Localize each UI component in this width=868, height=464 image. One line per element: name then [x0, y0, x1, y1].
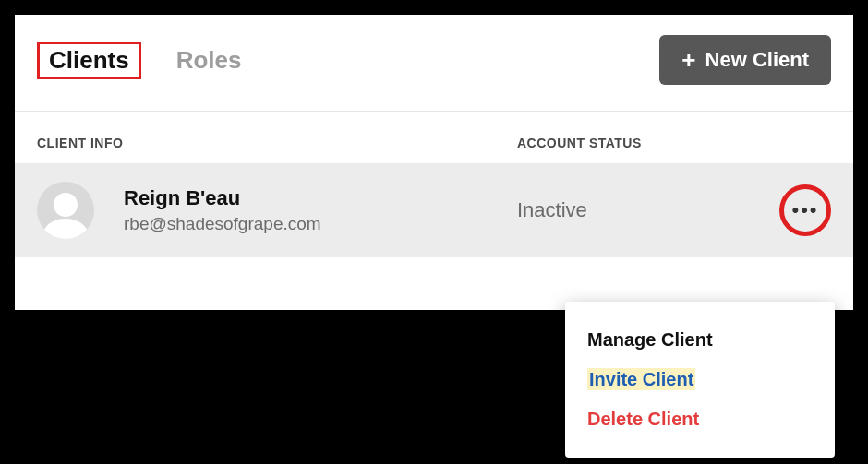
- tab-roles[interactable]: Roles: [171, 44, 247, 77]
- client-row: Reign B'eau rbe@shadesofgrape.com Inacti…: [15, 163, 853, 257]
- client-name: Reign B'eau: [124, 186, 517, 210]
- column-client-info: CLIENT INFO: [37, 136, 517, 150]
- menu-invite-label: Invite Client: [587, 368, 695, 390]
- menu-invite-client[interactable]: Invite Client: [565, 360, 835, 399]
- plus-icon: +: [681, 48, 695, 72]
- actions-dropdown: Manage Client Invite Client Delete Clien…: [565, 302, 835, 458]
- new-client-button[interactable]: + New Client: [659, 35, 831, 85]
- client-status: Inactive: [517, 198, 779, 222]
- column-headers: CLIENT INFO ACCOUNT STATUS: [15, 112, 853, 163]
- new-client-label: New Client: [705, 48, 809, 72]
- column-account-status: ACCOUNT STATUS: [517, 136, 831, 150]
- menu-manage-client[interactable]: Manage Client: [565, 320, 835, 360]
- clients-panel: Clients Roles + New Client CLIENT INFO A…: [15, 15, 853, 310]
- more-actions-button[interactable]: •••: [787, 192, 824, 229]
- panel-header: Clients Roles + New Client: [15, 15, 853, 112]
- client-info-cell: Reign B'eau rbe@shadesofgrape.com: [124, 186, 517, 234]
- client-email: rbe@shadesofgrape.com: [124, 214, 517, 234]
- avatar: [37, 182, 94, 239]
- more-actions-wrap: •••: [779, 184, 831, 236]
- tabs: Clients Roles: [37, 42, 247, 79]
- tab-clients[interactable]: Clients: [37, 42, 141, 79]
- menu-delete-client[interactable]: Delete Client: [565, 399, 835, 439]
